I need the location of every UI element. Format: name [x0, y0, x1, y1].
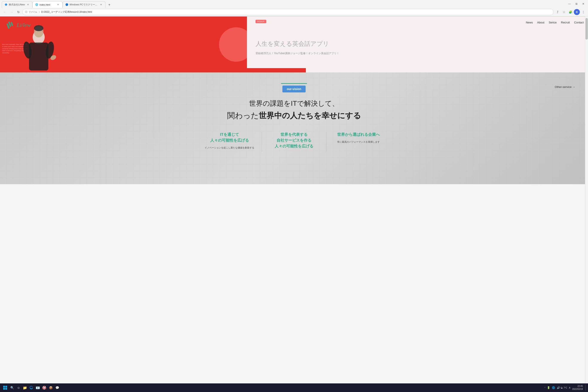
vision-content: Other-service → our-vision 世界の課題をITで解決して…	[0, 72, 588, 160]
vision-col3-title: 世界から選ばれる企業へ	[331, 132, 386, 138]
hero-logo: Li/lew	[6, 21, 31, 30]
address-bar[interactable]: ⓘ ファイル | D:/2022_コーディング応用/lesson3-3/inde…	[22, 9, 554, 15]
close-button[interactable]: ✕	[580, 1, 586, 7]
vision-col1-text: イノベーションを起こし新たな価値を創造する	[202, 146, 257, 150]
vision-col1-title: ITを通じて人々の可能性を広げる	[202, 132, 257, 143]
svg-rect-2	[11, 22, 13, 26]
nav-about[interactable]: About	[537, 21, 544, 24]
svg-point-5	[34, 25, 44, 31]
hero-subtext: 登録者25万人！YouTuber講師ジョージ監修！オンライン英会話アプリ！	[256, 51, 580, 56]
tab3-favicon: 🔵	[65, 3, 68, 6]
logo-text: Li/lew	[17, 22, 31, 28]
lock-icon: ⓘ	[25, 10, 27, 14]
tab2-close[interactable]: ✕	[56, 3, 60, 6]
nav-serice[interactable]: Serice	[549, 21, 556, 24]
scroll-thumb[interactable]	[586, 18, 588, 40]
page-content: Li/lew And most important, have the cour…	[0, 16, 588, 184]
forward-button[interactable]: →	[8, 9, 14, 15]
profile-button[interactable]: B	[574, 9, 580, 15]
tab3-close[interactable]: ✕	[99, 3, 103, 6]
maximize-button[interactable]: ⧉	[574, 1, 580, 7]
vision-headline2-plain: 関わった	[227, 111, 259, 120]
vision-headline2: 関わった世界中の人たちを幸せにする	[227, 110, 361, 121]
bookmark-icon[interactable]: ☆	[561, 9, 567, 15]
browser-tab-1[interactable]: 🔷 株式会社LiNew ✕	[2, 1, 32, 8]
vision-col-1: ITを通じて人々の可能性を広げる イノベーションを起こし新たな価値を創造する	[197, 132, 262, 152]
vision-col2-title: 世界を代表する自社サービスを作る人々の可能性を広げる	[266, 132, 322, 149]
tab1-close[interactable]: ✕	[26, 3, 30, 6]
browser-chrome: 🔷 株式会社LiNew ✕ 🌐 index.html ✕ 🔵 Windows P…	[0, 0, 588, 16]
browser-tab-3[interactable]: 🔵 Windows PCでスクリーンショット画像... ✕	[62, 1, 106, 8]
nav-contact[interactable]: Contact	[574, 21, 584, 24]
address-bar-row: ← → ↻ ⓘ ファイル | D:/2022_コーディング応用/lesson3-…	[0, 8, 588, 16]
nav-recruit[interactable]: Recruit	[561, 21, 570, 24]
tab2-title: index.html	[40, 4, 55, 6]
tab1-favicon: 🔷	[4, 3, 8, 6]
tab2-favicon: 🌐	[35, 3, 38, 6]
browser-tab-2[interactable]: 🌐 index.html ✕	[32, 1, 62, 8]
nav-news[interactable]: News	[526, 21, 533, 24]
share-icon[interactable]: ⤴	[554, 9, 560, 15]
tab-bar: 🔷 株式会社LiNew ✕ 🌐 index.html ✕ 🔵 Windows P…	[2, 0, 565, 8]
vision-section: Other-service → our-vision 世界の課題をITで解決して…	[0, 72, 588, 184]
vision-col3-text: 常に最高のパフォーマンスを発揮します	[331, 140, 386, 144]
hero-left: Li/lew And most important, have the cour…	[0, 16, 247, 72]
hero-headline: 人生を変える英会話アプリ	[256, 40, 580, 48]
more-menu-icon[interactable]: ⋮	[580, 9, 586, 15]
separator: |	[39, 11, 40, 13]
hero-badge: PICKUP	[256, 20, 266, 23]
toolbar-icons: ⤴ ☆ 🧩 B ⋮	[554, 9, 586, 15]
vision-columns: ITを通じて人々の可能性を広げる イノベーションを起こし新たな価値を創造する 世…	[197, 132, 391, 152]
back-button[interactable]: ←	[2, 9, 8, 15]
url-text: D:/2022_コーディング応用/lesson3-3/index.html	[41, 10, 551, 14]
new-tab-button[interactable]: +	[106, 2, 112, 8]
hero-right: PICKUP News About Serice Recruit Contact…	[247, 16, 588, 72]
vision-label-bar	[281, 83, 307, 84]
hero-circle-decoration	[219, 27, 247, 62]
refresh-button[interactable]: ↻	[16, 9, 22, 15]
protocol-label: ファイル	[28, 10, 37, 14]
tab1-title: 株式会社LiNew	[9, 3, 25, 6]
logo-icon	[6, 21, 15, 30]
vision-col-3: 世界から選ばれる企業へ 常に最高のパフォーマンスを発揮します	[326, 132, 391, 152]
window-controls: — ⧉ ✕	[566, 1, 586, 7]
vision-col-2: 世界を代表する自社サービスを作る人々の可能性を広げる	[262, 132, 326, 152]
hero-section: Li/lew And most important, have the cour…	[0, 16, 588, 72]
minimize-button[interactable]: —	[566, 1, 572, 7]
nav-menu: News About Serice Recruit Contact	[526, 21, 584, 24]
extension-icon[interactable]: 🧩	[567, 9, 574, 15]
svg-rect-6	[29, 42, 48, 70]
tab3-title: Windows PCでスクリーンショット画像...	[70, 3, 98, 6]
vision-headline1: 世界の課題をITで解決して、	[249, 99, 339, 108]
vision-badge: our-vision	[282, 86, 306, 92]
other-service-link[interactable]: Other-service →	[555, 85, 575, 88]
browser-titlebar: 🔷 株式会社LiNew ✕ 🌐 index.html ✕ 🔵 Windows P…	[0, 0, 588, 8]
vision-headline2-bold: 世界中の人たちを幸せにする	[259, 111, 361, 120]
